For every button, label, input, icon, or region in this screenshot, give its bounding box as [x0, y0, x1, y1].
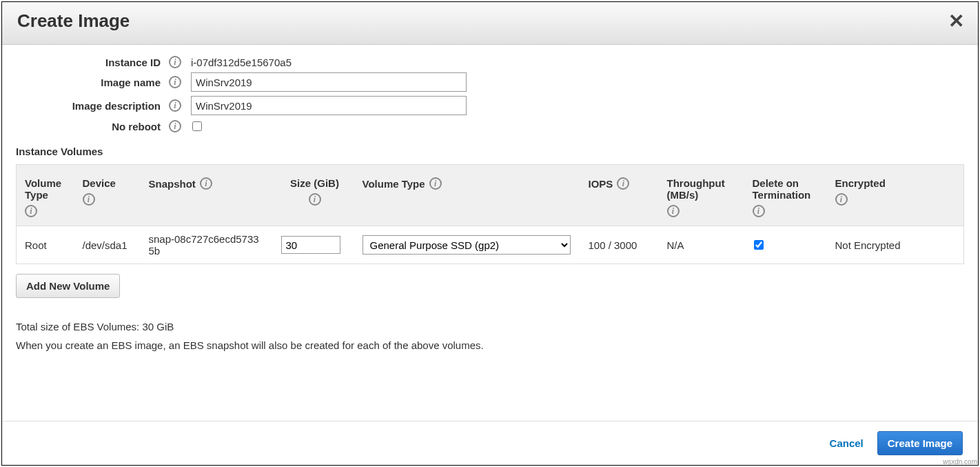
volume-type-select[interactable]: General Purpose SSD (gp2) [363, 235, 571, 255]
cell-size [273, 226, 354, 264]
cancel-button[interactable]: Cancel [830, 437, 864, 449]
th-label: Throughput (MB/s) [667, 177, 739, 201]
info-icon[interactable]: i [429, 177, 442, 190]
th-label: Delete on Termination [753, 177, 821, 201]
delete-on-termination-checkbox[interactable] [754, 240, 764, 250]
dialog-header: Create Image ✕ [2, 2, 978, 45]
info-icon[interactable]: i [667, 205, 680, 217]
cell-device: /dev/sda1 [74, 226, 141, 264]
info-icon[interactable]: i [169, 99, 181, 112]
cell-volume-type: Root [17, 226, 74, 264]
th-volume-type: Volume Type i [17, 165, 74, 226]
table-row: Root /dev/sda1 snap-08c727c6ecd57335b Ge… [17, 226, 964, 264]
cell-iops: 100 / 3000 [580, 226, 659, 264]
info-icon[interactable]: i [835, 193, 848, 206]
label-image-name: Image name [16, 77, 169, 88]
info-icon[interactable]: i [309, 193, 321, 206]
row-no-reboot: No reboot i [16, 119, 964, 133]
row-instance-id: Instance ID i i-07df312d5e15670a5 [16, 56, 964, 68]
row-image-description: Image description i [16, 96, 964, 115]
create-image-dialog: Create Image ✕ Instance ID i i-07df312d5… [1, 1, 979, 466]
no-reboot-checkbox[interactable] [192, 121, 202, 131]
th-label: Device [83, 177, 116, 189]
cell-storage-type: General Purpose SSD (gp2) [354, 226, 580, 264]
cell-snapshot: snap-08c727c6ecd57335b [141, 226, 273, 264]
cell-delete-on-term [744, 226, 827, 264]
info-icon[interactable]: i [25, 205, 37, 217]
info-icon[interactable]: i [169, 76, 181, 88]
info-icon[interactable]: i [753, 205, 765, 217]
th-iops: IOPS i [580, 165, 659, 226]
volumes-table-body: Root /dev/sda1 snap-08c727c6ecd57335b Ge… [17, 226, 964, 264]
th-label: IOPS [589, 178, 613, 190]
dialog-footer: Cancel Create Image [2, 421, 978, 465]
create-image-button[interactable]: Create Image [877, 431, 963, 455]
th-size: Size (GiB) i [273, 165, 354, 226]
row-image-name: Image name i [16, 72, 964, 92]
size-input[interactable] [281, 236, 340, 254]
label-no-reboot: No reboot [16, 121, 169, 132]
th-snapshot: Snapshot i [141, 165, 273, 226]
th-label: Snapshot [149, 178, 196, 190]
info-icon[interactable]: i [200, 177, 212, 190]
cell-throughput: N/A [659, 226, 744, 264]
th-label: Volume Type [25, 177, 69, 201]
label-image-description: Image description [16, 100, 169, 112]
th-encrypted: Encrypted i [827, 165, 964, 226]
info-icon[interactable]: i [83, 193, 95, 206]
label-instance-id: Instance ID [16, 57, 169, 68]
th-throughput: Throughput (MB/s) i [659, 165, 744, 226]
dialog-title: Create Image [17, 10, 130, 32]
value-instance-id: i-07df312d5e15670a5 [191, 57, 292, 68]
th-label: Size (GiB) [290, 177, 339, 189]
th-label: Encrypted [835, 177, 886, 189]
watermark: wsxdn.com [943, 458, 977, 466]
info-icon[interactable]: i [169, 120, 181, 132]
volumes-table: Volume Type i Device i Snapshot i [16, 164, 964, 264]
cell-encrypted: Not Encrypted [827, 226, 964, 264]
info-icon[interactable]: i [617, 177, 629, 190]
image-name-input[interactable] [191, 72, 467, 92]
th-label: Volume Type [363, 178, 425, 190]
th-delete-on-term: Delete on Termination i [744, 165, 827, 226]
th-storage-type: Volume Type i [354, 165, 580, 226]
summary-total-size: Total size of EBS Volumes: 30 GiB [16, 317, 964, 336]
volumes-summary: Total size of EBS Volumes: 30 GiB When y… [16, 317, 964, 355]
add-new-volume-button[interactable]: Add New Volume [16, 274, 120, 298]
close-icon[interactable]: ✕ [948, 12, 964, 31]
instance-volumes-title: Instance Volumes [16, 146, 964, 157]
dialog-body: Instance ID i i-07df312d5e15670a5 Image … [2, 45, 978, 421]
image-description-input[interactable] [191, 96, 467, 115]
summary-snapshot-note: When you create an EBS image, an EBS sna… [16, 336, 964, 355]
info-icon[interactable]: i [169, 56, 181, 68]
th-device: Device i [74, 165, 141, 226]
volumes-table-head: Volume Type i Device i Snapshot i [17, 165, 964, 226]
